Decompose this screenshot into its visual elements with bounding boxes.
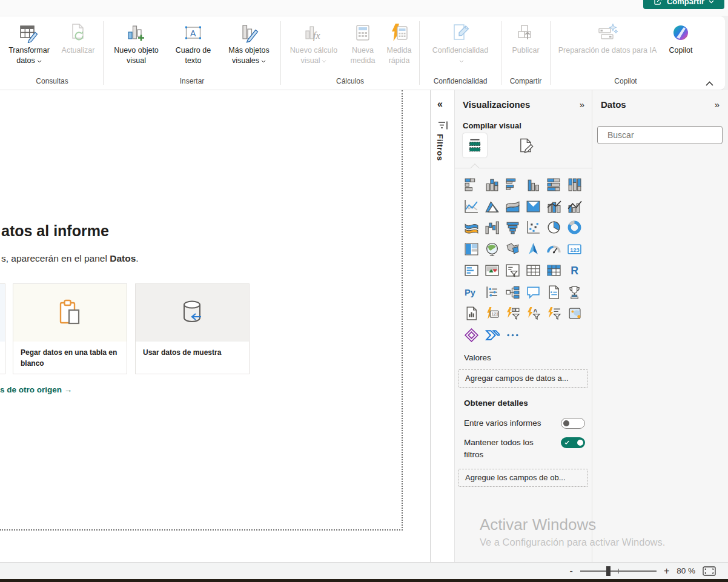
quick-card-icon[interactable]: 123 <box>481 303 502 325</box>
quick-list-slicer-icon[interactable] <box>543 303 564 325</box>
ai-data-prep-button[interactable]: Preparación de datos para IA <box>553 21 662 56</box>
area-chart-icon[interactable] <box>481 196 502 217</box>
more-visuals-ellipsis-icon[interactable] <box>502 325 523 346</box>
quick-slicer-icon[interactable] <box>502 303 523 325</box>
collapse-ribbon-button[interactable] <box>706 78 715 85</box>
matrix-icon[interactable] <box>543 260 564 282</box>
sensitivity-button[interactable]: Confidencialidad <box>422 21 498 65</box>
transform-data-button[interactable]: Transformar datos <box>4 21 55 65</box>
table-icon[interactable] <box>523 260 543 282</box>
more-visuals-icon <box>239 22 259 43</box>
paste-data-card-label: Pegar datos en una tabla en blanco <box>13 342 127 369</box>
python-visual-icon[interactable]: Py <box>461 282 481 303</box>
get-data-other-source-link[interactable]: s de otro origen → <box>0 385 72 394</box>
search-icon <box>603 130 603 140</box>
partial-card[interactable] <box>0 283 5 374</box>
filled-map-icon[interactable] <box>502 239 523 260</box>
refresh-button[interactable]: Actualizar <box>56 21 101 56</box>
decomposition-tree-icon[interactable] <box>502 282 523 303</box>
expand-filters-icon[interactable]: « <box>437 99 443 110</box>
sample-data-card[interactable]: Usar datos de muestra <box>135 283 250 374</box>
zoom-out-button[interactable]: - <box>570 566 573 576</box>
drillthrough-fields-dropzone[interactable]: Agregue los campos de ob... <box>458 469 588 487</box>
add-data-fields-dropzone[interactable]: Agregar campos de datos a... <box>458 369 588 388</box>
funnel-chart-icon[interactable] <box>502 217 523 239</box>
clustered-column-chart-icon[interactable] <box>523 174 543 196</box>
share-button[interactable]: Compartir <box>643 0 724 9</box>
new-visual-calculation-button-label: Nuevo cálculo visual <box>283 45 344 65</box>
publish-button[interactable]: Publicar <box>504 21 548 56</box>
map-icon[interactable] <box>481 239 502 260</box>
card-icon[interactable]: 123 <box>564 239 584 260</box>
kpi-icon[interactable] <box>481 260 502 282</box>
stacked-bar-chart-icon[interactable] <box>461 174 481 196</box>
more-visuals-button[interactable]: Más objetos visuales <box>220 21 278 65</box>
report-canvas[interactable]: atos al informe s, aparecerán en el pane… <box>0 90 403 531</box>
quick-text-slicer-icon[interactable]: A <box>523 303 543 325</box>
text-box-button[interactable]: ACuadro de texto <box>168 21 219 65</box>
svg-text:A: A <box>190 28 196 38</box>
ribbon-groups: Transformar datosActualizarConsultasNuev… <box>0 16 725 90</box>
search-input[interactable] <box>607 130 717 140</box>
data-panel-title: Datos <box>601 99 626 110</box>
100-stacked-column-chart-icon[interactable] <box>564 174 584 196</box>
zoom-slider-handle[interactable] <box>606 566 611 576</box>
new-measure-button[interactable]: Nueva medida <box>345 21 380 65</box>
collapse-visualizations-icon[interactable]: » <box>580 99 584 110</box>
filters-collapsed-panel[interactable]: « Filtros <box>430 90 454 562</box>
power-automate-icon[interactable] <box>481 325 502 346</box>
quick-measure-button[interactable]: Medida rápida <box>382 21 417 65</box>
format-visual-icon <box>517 137 534 154</box>
ribbon-group-label: Insertar <box>106 76 278 87</box>
stacked-column-chart-icon[interactable] <box>481 174 502 196</box>
line-and-clustered-column-chart-icon[interactable] <box>564 196 584 217</box>
tab-format-visual[interactable] <box>515 135 536 156</box>
waterfall-chart-icon[interactable] <box>481 217 502 239</box>
gauge-icon[interactable] <box>543 239 564 260</box>
text-box-button-label: Cuadro de texto <box>168 45 219 65</box>
r-script-visual-icon[interactable]: R <box>564 260 584 282</box>
sensitivity-icon <box>450 22 471 43</box>
pie-chart-icon[interactable] <box>543 217 564 239</box>
power-apps-icon[interactable] <box>461 325 481 346</box>
taskbar-edge <box>0 579 728 582</box>
zoom-in-button[interactable]: + <box>664 566 669 576</box>
share-button-label: Compartir <box>667 0 704 6</box>
ribbon-group-label: Compartir <box>504 76 548 87</box>
cross-report-toggle[interactable] <box>561 418 585 429</box>
qa-visual-icon[interactable] <box>523 282 543 303</box>
scatter-chart-icon[interactable] <box>523 217 543 239</box>
treemap-icon[interactable] <box>461 239 481 260</box>
share-icon <box>654 0 663 5</box>
slicer-icon[interactable] <box>502 260 523 282</box>
stacked-area-chart-icon[interactable] <box>502 196 523 217</box>
line-chart-icon[interactable] <box>461 196 481 217</box>
paste-data-card[interactable]: Pegar datos en una tabla en blanco <box>13 283 127 374</box>
collapse-data-panel-icon[interactable]: » <box>715 99 720 110</box>
visualizations-panel-title: Visualizaciones <box>463 99 530 110</box>
azure-map-icon[interactable] <box>523 239 543 260</box>
new-slicer-icon[interactable] <box>481 282 502 303</box>
100-stacked-bar-chart-icon[interactable] <box>543 174 564 196</box>
data-search-box[interactable] <box>597 126 723 144</box>
donut-chart-icon[interactable] <box>564 217 584 239</box>
sensitivity-button-label: Confidencialidad <box>432 45 488 65</box>
ribbon-chart-icon[interactable] <box>461 217 481 239</box>
metrics-icon[interactable] <box>564 282 584 303</box>
copilot-button[interactable]: Copilot <box>663 21 698 56</box>
multi-row-card-icon[interactable] <box>461 260 481 282</box>
svg-text:123: 123 <box>570 247 580 253</box>
100-stacked-area-chart-icon[interactable] <box>523 196 543 217</box>
smart-narrative-icon[interactable] <box>543 282 564 303</box>
line-and-stacked-column-chart-icon[interactable] <box>543 196 564 217</box>
keep-all-filters-toggle[interactable] <box>561 437 585 448</box>
clustered-bar-chart-icon[interactable] <box>502 174 523 196</box>
new-visual-button[interactable]: Nuevo objeto visual <box>106 21 167 65</box>
new-visual-calculation-button[interactable]: fxNuevo cálculo visual <box>283 21 344 65</box>
tab-build-visual[interactable] <box>463 133 487 157</box>
arcgis-map-icon[interactable] <box>564 303 584 325</box>
partial-card-art <box>0 284 5 342</box>
fit-to-page-button[interactable] <box>703 566 716 576</box>
zoom-slider[interactable] <box>580 566 657 576</box>
paginated-report-icon[interactable] <box>461 303 481 325</box>
